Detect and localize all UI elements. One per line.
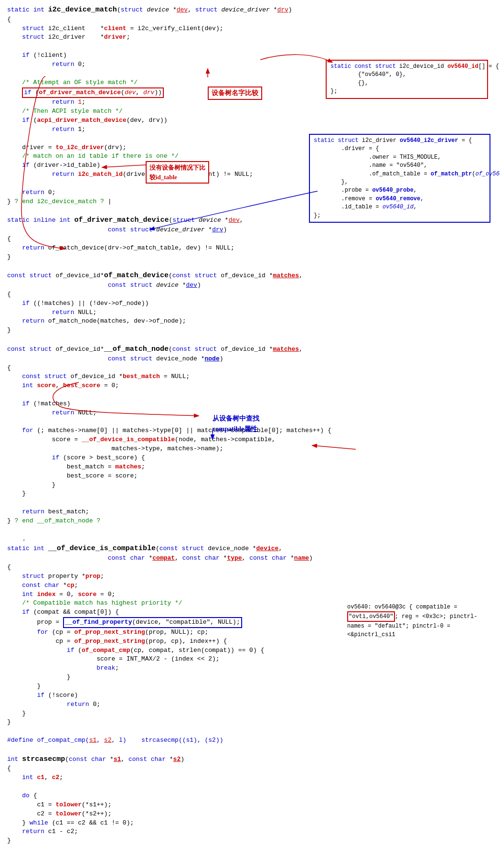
code-view: static int i2c_device_match(struct devic…	[7, 5, 493, 846]
annotation-ov5640-dts: ov5640: ov5640@3c { compatible = "ovti,o…	[347, 603, 490, 639]
code-of-driver-match: static inline int of_driver_match_device…	[7, 206, 493, 599]
annotation-find-compatible: 从设备树中查找compatible属性	[213, 413, 259, 435]
annotation-ov5640-id: static const struct i2c_device_id ov5640…	[326, 60, 488, 99]
code-id-table: if (driver->id_table) return i2c_match_i…	[7, 161, 493, 206]
annotation-device-tree-compare: 设备树名字比较	[208, 87, 262, 100]
annotation-no-tree-id-table: 没有设备树情况下比较id_table	[146, 161, 209, 184]
code-rest: for (cp = of_prop_next_string(prop, NULL…	[7, 628, 493, 846]
